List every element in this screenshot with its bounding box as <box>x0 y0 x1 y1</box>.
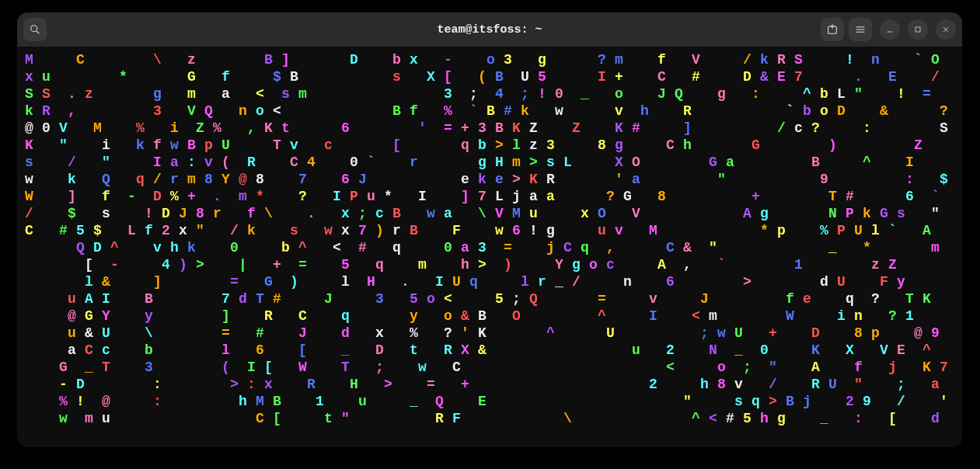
terminal-row: W ] f - D % + . m * ? I P u * I ] 7 L j … <box>25 188 954 205</box>
svg-point-0 <box>31 26 37 32</box>
terminal-row: @ G Y y ] R C q y o & B O ^ I < m W i n … <box>25 307 954 325</box>
minimize-button[interactable] <box>880 19 900 40</box>
terminal-row: u A I B 7 d T # J 3 5 o < 5 ; Q = v J f … <box>25 290 954 307</box>
menu-button[interactable] <box>849 18 872 41</box>
terminal-row: / $ s ! D J 8 r f \ . x ; c B w a \ V M … <box>25 205 954 222</box>
terminal-row: s / " I a : v ( R C 4 0 ` r g H m > s L … <box>25 154 954 171</box>
terminal-view[interactable]: M C \ z B ] D b x - o 3 g ? m f V / k R … <box>17 47 962 447</box>
terminal-row: - D : > : x R H > = + 2 h 8 v / R U " ; … <box>25 376 954 393</box>
close-button[interactable] <box>936 19 956 40</box>
terminal-row: % ! @ : h M B 1 u _ Q E " s q > B j 2 9 … <box>25 393 954 410</box>
terminal-row: G _ T 3 ( I [ W T ; w C < o ; " A f j K … <box>25 359 954 376</box>
search-icon <box>29 23 41 36</box>
terminal-row: S S . z g m a < s m 3 ; 4 ; ! 0 _ o J Q … <box>25 85 954 102</box>
terminal-row: C # 5 $ L f 2 x " / k s w x 7 ) r B F w … <box>25 222 954 239</box>
close-icon <box>941 25 950 34</box>
terminal-row: u & U \ = # J d x % ? ' K ^ U ; w U + D … <box>25 325 954 342</box>
svg-rect-9 <box>915 27 920 32</box>
maximize-button[interactable] <box>908 19 928 40</box>
terminal-row: w m u C [ t " R F \ ^ < # 5 h g _ : [ d <box>25 410 954 427</box>
terminal-row: @ 0 V M % i Z % , K t 6 ' = + 3 B K Z Z … <box>25 120 954 137</box>
terminal-row: M C \ z B ] D b x - o 3 g ? m f V / k R … <box>25 51 954 68</box>
new-tab-button[interactable] <box>821 18 844 41</box>
matrix-output: M C \ z B ] D b x - o 3 g ? m f V / k R … <box>25 51 954 427</box>
svg-line-1 <box>37 31 39 33</box>
terminal-row: a C c b l 6 [ _ D t R X & u 2 N _ 0 K X … <box>25 342 954 359</box>
terminal-row: k R , 3 V Q n o < B f % ` B # k w v h R … <box>25 102 954 120</box>
terminal-window: team@itsfoss: ~ M C \ z B ] D b x <box>17 12 962 447</box>
terminal-row: w k Q q / r m 8 Y @ 8 7 6 J e k e > K R … <box>25 171 954 188</box>
terminal-row: x u * G f $ B s X [ ( B U 5 I + C # D & … <box>25 68 954 85</box>
hamburger-icon <box>854 23 867 36</box>
search-button[interactable] <box>23 18 47 41</box>
new-tab-icon <box>826 23 839 36</box>
titlebar: team@itsfoss: ~ <box>17 12 962 47</box>
minimize-icon <box>885 25 895 34</box>
terminal-row: [ - 4 ) > | + = 5 q m h > ) Y g o c A , … <box>25 256 954 273</box>
maximize-icon <box>913 25 922 34</box>
terminal-row: Q D ^ v h k 0 b ^ < # q 0 a 3 = j C q , … <box>25 239 954 256</box>
terminal-row: K " i k f w B p U T v c [ q b > l z 3 8 … <box>25 137 954 154</box>
terminal-row: l & ] = G ) l H . I U q l r _ / n 6 > d … <box>25 273 954 290</box>
